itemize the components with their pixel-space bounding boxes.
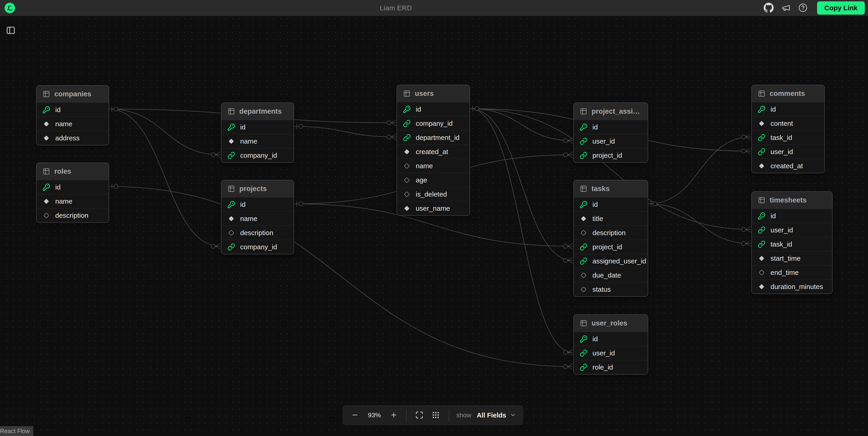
field-row-timesheets-duration_minutes[interactable]: duration_minutes [752,279,832,293]
table-node-users[interactable]: usersidcompany_iddepartment_idcreated_at… [397,85,470,216]
field-row-users-created_at[interactable]: created_at [397,145,470,159]
field-row-comments-id[interactable]: id [752,102,825,116]
table-node-roles[interactable]: rolesidnamedescription [36,162,109,223]
field-row-user_roles-id[interactable]: id [574,332,648,346]
table-header[interactable]: tasks [574,180,648,197]
foreign-key-icon [580,137,587,145]
foreign-key-icon [580,243,587,251]
nullable-diamond-icon [580,286,587,293]
zoom-level: 93% [366,412,383,419]
foreign-key-icon [403,134,411,142]
zoom-out-button[interactable] [350,410,360,421]
help-button[interactable] [798,3,807,13]
field-name: created_at [771,162,803,170]
table-header[interactable]: timesheets [752,192,832,209]
field-row-roles-name[interactable]: name [36,194,109,208]
field-row-user_roles-user_id[interactable]: user_id [574,346,648,360]
field-row-companies-address[interactable]: address [36,131,109,145]
primary-key-icon [403,105,411,113]
field-row-departments-company_id[interactable]: company_id [221,148,293,162]
field-row-tasks-project_id[interactable]: project_id [574,240,648,254]
field-row-users-age[interactable]: age [397,173,470,187]
table-node-projects[interactable]: projectsidnamedescriptioncompany_id [221,180,294,254]
field-row-project_assignments-project_id[interactable]: project_id [574,148,648,162]
field-row-tasks-due_date[interactable]: due_date [574,268,648,282]
field-row-timesheets-end_time[interactable]: end_time [752,265,832,279]
field-row-companies-name[interactable]: name [36,117,109,131]
field-row-comments-created_at[interactable]: created_at [752,159,825,173]
field-row-users-user_name[interactable]: user_name [397,201,470,215]
liam-logo[interactable]: ℒ [5,3,15,13]
field-row-users-is_deleted[interactable]: is_deleted [397,187,470,201]
field-row-companies-id[interactable]: id [36,102,109,117]
react-flow-attribution[interactable]: React Flow [0,426,33,436]
table-header[interactable]: project_assignments [574,103,648,120]
field-row-user_roles-role_id[interactable]: role_id [574,360,648,374]
field-row-tasks-title[interactable]: title [574,211,648,225]
liam-logo-glyph: ℒ [7,4,13,12]
field-row-project_assignments-user_id[interactable]: user_id [574,134,648,148]
table-node-tasks[interactable]: tasksidtitledescriptionproject_idassigne… [573,180,648,297]
feedback-button[interactable] [781,3,790,13]
copy-link-button[interactable]: Copy Link [817,1,865,14]
foreign-key-icon [758,134,766,142]
table-node-user_roles[interactable]: user_rolesiduser_idrole_id [573,314,648,375]
table-header[interactable]: companies [36,86,109,102]
field-row-timesheets-user_id[interactable]: user_id [752,223,832,237]
field-row-comments-content[interactable]: content [752,116,825,130]
table-name: comments [770,90,818,98]
field-row-timesheets-id[interactable]: id [752,209,832,223]
table-node-companies[interactable]: companiesidnameaddress [36,85,109,146]
table-header[interactable]: roles [36,163,109,180]
table-node-project_assignments[interactable]: project_assignmentsiduser_idproject_id [573,102,648,163]
table-header[interactable]: users [397,85,470,102]
table-icon [758,196,766,204]
table-node-comments[interactable]: commentsidcontenttask_iduser_idcreated_a… [751,85,825,173]
tidy-up-button[interactable] [430,409,441,421]
field-row-roles-id[interactable]: id [36,180,109,194]
field-row-projects-name[interactable]: name [221,211,293,225]
zoom-in-button[interactable] [389,410,399,421]
table-header[interactable]: projects [221,180,293,197]
show-mode-select[interactable]: All Fields [477,412,516,419]
field-row-timesheets-start_time[interactable]: start_time [752,251,832,265]
erd-canvas[interactable]: companiesidnameaddressrolesidnamedescrip… [0,0,868,436]
field-row-projects-description[interactable]: description [221,225,293,240]
nullable-diamond-icon [403,162,411,170]
field-row-timesheets-task_id[interactable]: task_id [752,237,832,251]
field-row-roles-description[interactable]: description [36,208,109,222]
field-row-users-department_id[interactable]: department_id [397,130,470,145]
sidebar-toggle-button[interactable] [6,26,16,36]
zoom-out-icon [351,411,359,419]
table-node-timesheets[interactable]: timesheetsiduser_idtask_idstart_timeend_… [751,191,833,294]
table-header[interactable]: departments [221,103,293,120]
field-row-users-name[interactable]: name [397,159,470,173]
primary-key-icon [227,201,235,209]
field-row-projects-company_id[interactable]: company_id [221,240,293,254]
field-name: content [771,120,793,127]
field-row-project_assignments-id[interactable]: id [574,120,648,134]
table-header[interactable]: user_roles [574,315,648,332]
not-null-diamond-icon [42,120,50,128]
show-label: show [456,412,471,419]
table-name: tasks [592,185,642,193]
field-row-tasks-description[interactable]: description [574,225,648,240]
relationship-edge [648,204,751,244]
field-row-comments-task_id[interactable]: task_id [752,130,825,145]
field-row-tasks-id[interactable]: id [574,197,648,211]
field-row-comments-user_id[interactable]: user_id [752,145,825,159]
field-row-departments-name[interactable]: name [221,134,293,148]
field-row-users-id[interactable]: id [397,102,470,116]
table-node-departments[interactable]: departmentsidnamecompany_id [221,102,294,163]
field-row-tasks-assigned_user_id[interactable]: assigned_user_id [574,254,648,268]
field-row-tasks-status[interactable]: status [574,282,648,296]
field-name: user_id [771,148,793,156]
field-row-users-company_id[interactable]: company_id [397,116,470,130]
field-row-departments-id[interactable]: id [221,120,293,134]
field-row-projects-id[interactable]: id [221,197,293,211]
field-name: department_id [416,134,460,142]
table-header[interactable]: comments [752,85,825,102]
github-button[interactable] [764,3,774,13]
primary-key-icon [580,335,587,343]
fit-view-button[interactable] [414,409,425,421]
